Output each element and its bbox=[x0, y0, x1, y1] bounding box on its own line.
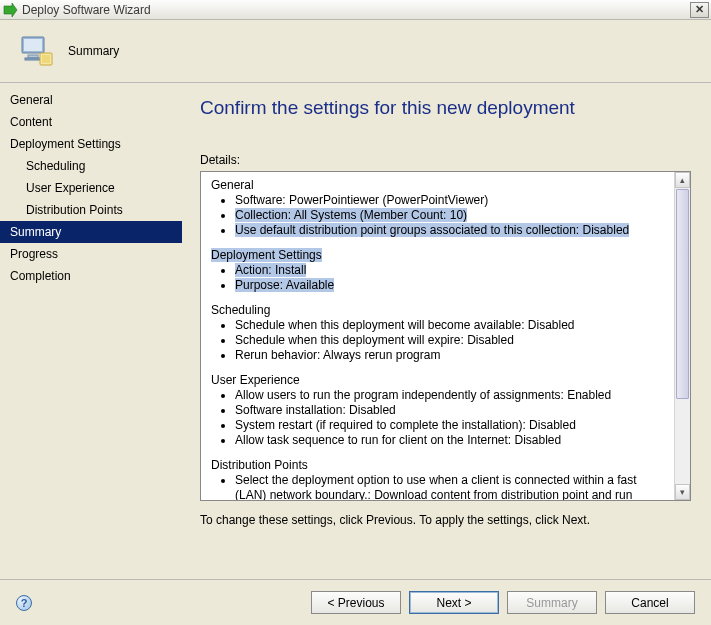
computer-deploy-icon bbox=[16, 31, 56, 71]
hint-text: To change these settings, click Previous… bbox=[200, 513, 691, 527]
section-head-deployment: Deployment Settings bbox=[211, 248, 666, 263]
sidebar-item-deployment-settings[interactable]: Deployment Settings bbox=[0, 133, 182, 155]
svg-rect-2 bbox=[24, 39, 42, 51]
sidebar-item-general[interactable]: General bbox=[0, 89, 182, 111]
window-title: Deploy Software Wizard bbox=[22, 3, 151, 17]
svg-rect-4 bbox=[25, 58, 41, 60]
scroll-up-arrow-icon[interactable]: ▴ bbox=[675, 172, 690, 188]
wizard-main: Confirm the settings for this new deploy… bbox=[182, 83, 711, 579]
sidebar-item-distribution-points[interactable]: Distribution Points bbox=[0, 199, 182, 221]
sidebar-item-summary[interactable]: Summary bbox=[0, 221, 182, 243]
list-item: Rerun behavior: Always rerun program bbox=[235, 348, 666, 363]
list-item: Schedule when this deployment will expir… bbox=[235, 333, 666, 348]
list-item: Collection: All Systems (Member Count: 1… bbox=[235, 208, 666, 223]
cancel-button[interactable]: Cancel bbox=[605, 591, 695, 614]
list-item: Software installation: Disabled bbox=[235, 403, 666, 418]
help-icon[interactable]: ? bbox=[16, 595, 32, 611]
details-box: General Software: PowerPointiewer (Power… bbox=[200, 171, 691, 501]
sidebar-item-progress[interactable]: Progress bbox=[0, 243, 182, 265]
wizard-header: Summary bbox=[0, 20, 711, 82]
section-head-distribution-points: Distribution Points bbox=[211, 458, 666, 473]
wizard-window: Deploy Software Wizard ✕ Summary General… bbox=[0, 0, 711, 625]
next-button[interactable]: Next > bbox=[409, 591, 499, 614]
list-item: Software: PowerPointiewer (PowerPointVie… bbox=[235, 193, 666, 208]
previous-button[interactable]: < Previous bbox=[311, 591, 401, 614]
details-content[interactable]: General Software: PowerPointiewer (Power… bbox=[201, 172, 674, 500]
list-item: Purpose: Available bbox=[235, 278, 666, 293]
header-step-name: Summary bbox=[68, 44, 119, 58]
section-head-user-experience: User Experience bbox=[211, 373, 666, 388]
wizard-sidebar: General Content Deployment Settings Sche… bbox=[0, 83, 182, 579]
wizard-body: General Content Deployment Settings Sche… bbox=[0, 83, 711, 579]
section-head-general: General bbox=[211, 178, 666, 193]
sidebar-item-scheduling[interactable]: Scheduling bbox=[0, 155, 182, 177]
scroll-thumb[interactable] bbox=[676, 189, 689, 399]
scrollbar-vertical[interactable]: ▴ ▾ bbox=[674, 172, 690, 500]
details-label: Details: bbox=[200, 153, 691, 167]
list-item: Use default distribution point groups as… bbox=[235, 223, 666, 238]
list-item: Select the deployment option to use when… bbox=[235, 473, 666, 500]
sidebar-item-user-experience[interactable]: User Experience bbox=[0, 177, 182, 199]
svg-rect-6 bbox=[42, 55, 50, 63]
scroll-down-arrow-icon[interactable]: ▾ bbox=[675, 484, 690, 500]
sidebar-item-content[interactable]: Content bbox=[0, 111, 182, 133]
list-item: Allow task sequence to run for client on… bbox=[235, 433, 666, 448]
list-item: Action: Install bbox=[235, 263, 666, 278]
wizard-arrow-icon bbox=[2, 2, 18, 18]
list-item: Schedule when this deployment will becom… bbox=[235, 318, 666, 333]
list-item: System restart (if required to complete … bbox=[235, 418, 666, 433]
sidebar-item-completion[interactable]: Completion bbox=[0, 265, 182, 287]
svg-marker-0 bbox=[4, 3, 17, 17]
summary-button: Summary bbox=[507, 591, 597, 614]
section-head-scheduling: Scheduling bbox=[211, 303, 666, 318]
list-item: Allow users to run the program independe… bbox=[235, 388, 666, 403]
titlebar: Deploy Software Wizard ✕ bbox=[0, 0, 711, 20]
close-button[interactable]: ✕ bbox=[690, 2, 709, 18]
button-bar: ? < Previous Next > Summary Cancel bbox=[0, 579, 711, 625]
page-title: Confirm the settings for this new deploy… bbox=[200, 97, 691, 119]
